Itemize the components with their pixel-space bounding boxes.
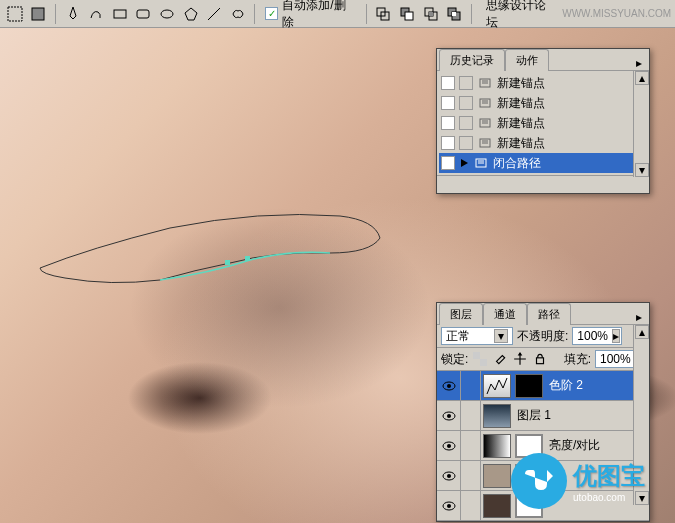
history-item[interactable]: 新建锚点 <box>439 93 647 113</box>
eye-icon <box>442 411 456 421</box>
site-url: WWW.MISSYUAN.COM <box>562 8 671 19</box>
history-item-label: 闭合路径 <box>493 155 541 172</box>
history-panel: 历史记录 动作 ▸ 新建锚点 新建锚点 新建锚点 <box>436 48 650 194</box>
visibility-toggle[interactable] <box>437 461 461 490</box>
eye-icon <box>442 441 456 451</box>
svg-line-6 <box>208 8 220 20</box>
mask-thumbnail <box>515 374 543 398</box>
link-slot[interactable] <box>461 461 481 490</box>
svg-rect-13 <box>429 12 433 16</box>
tab-history[interactable]: 历史记录 <box>439 49 505 71</box>
custom-shape-tool-icon[interactable] <box>227 3 249 25</box>
history-item[interactable]: 新建锚点 <box>439 113 647 133</box>
history-item-label: 新建锚点 <box>497 135 545 152</box>
svg-rect-10 <box>405 12 413 20</box>
path-op-intersect-icon[interactable] <box>420 3 442 25</box>
history-snapshot-slot[interactable] <box>441 156 455 170</box>
visibility-toggle[interactable] <box>437 371 461 400</box>
auto-add-delete-checkbox[interactable]: 自动添加/删除 <box>265 0 355 31</box>
shape-mode-icon[interactable] <box>28 3 50 25</box>
path-op-subtract-icon[interactable] <box>396 3 418 25</box>
scroll-down-icon[interactable]: ▾ <box>635 163 649 177</box>
visibility-toggle[interactable] <box>437 431 461 460</box>
lock-all-icon[interactable] <box>532 351 548 367</box>
panel-menu-icon[interactable]: ▸ <box>631 56 647 70</box>
layer-name: 图层 1 <box>517 407 551 424</box>
path-op-combine-icon[interactable] <box>373 3 395 25</box>
freeform-pen-icon[interactable] <box>86 3 108 25</box>
layer-item[interactable]: 图层 1 <box>437 401 649 431</box>
link-slot[interactable] <box>461 371 481 400</box>
tab-layers[interactable]: 图层 <box>439 303 483 325</box>
polygon-tool-icon[interactable] <box>180 3 202 25</box>
adjustment-thumbnail <box>483 374 511 398</box>
watermark-text: 优图宝 <box>573 460 645 492</box>
history-snapshot-slot[interactable] <box>441 136 455 150</box>
svg-rect-36 <box>480 359 487 366</box>
adjustment-thumbnail <box>483 434 511 458</box>
visibility-toggle[interactable] <box>437 491 461 520</box>
rectangle-tool-icon[interactable] <box>109 3 131 25</box>
scroll-up-icon[interactable]: ▴ <box>635 71 649 85</box>
history-item[interactable]: 新建锚点 <box>439 73 647 93</box>
visibility-toggle[interactable] <box>437 401 461 430</box>
tab-channels[interactable]: 通道 <box>483 303 527 325</box>
pen-presets-icon[interactable] <box>4 3 26 25</box>
history-item[interactable]: 闭合路径 <box>439 153 647 173</box>
tab-paths[interactable]: 路径 <box>527 303 571 325</box>
layers-panel-tabs: 图层 通道 路径 ▸ <box>437 303 649 325</box>
history-brush-slot[interactable] <box>459 116 473 130</box>
eye-icon <box>442 471 456 481</box>
fill-value: 100% <box>600 352 631 366</box>
link-slot[interactable] <box>461 491 481 520</box>
history-item[interactable]: 新建锚点 <box>439 133 647 153</box>
history-snapshot-slot[interactable] <box>441 116 455 130</box>
dropdown-arrow-icon: ▾ <box>494 329 508 343</box>
line-tool-icon[interactable] <box>203 3 225 25</box>
svg-marker-37 <box>518 352 523 356</box>
tab-actions[interactable]: 动作 <box>505 49 549 71</box>
svg-point-42 <box>447 414 451 418</box>
rounded-rect-tool-icon[interactable] <box>133 3 155 25</box>
ellipse-tool-icon[interactable] <box>156 3 178 25</box>
history-brush-slot[interactable] <box>459 76 473 90</box>
layer-name: 色阶 2 <box>549 377 583 394</box>
layer-item[interactable]: 色阶 2 <box>437 371 649 401</box>
layer-thumbnail <box>483 464 511 488</box>
history-brush-slot[interactable] <box>459 96 473 110</box>
anchor-point-icon <box>477 95 493 111</box>
history-snapshot-slot[interactable] <box>441 96 455 110</box>
anchor-point-icon <box>477 115 493 131</box>
eye-icon <box>442 501 456 511</box>
opacity-label: 不透明度: <box>517 328 568 345</box>
layer-lock-row: 锁定: 填充: 100% ▸ <box>437 348 649 371</box>
svg-marker-31 <box>461 159 468 167</box>
history-item-label: 新建锚点 <box>497 75 545 92</box>
panel-menu-icon[interactable]: ▸ <box>631 310 647 324</box>
eye-icon <box>442 381 456 391</box>
checkbox-label-text: 自动添加/删除 <box>282 0 356 31</box>
history-scrollbar[interactable]: ▴ ▾ <box>633 71 649 177</box>
svg-rect-38 <box>537 358 544 364</box>
lock-transparency-icon[interactable] <box>472 351 488 367</box>
link-slot[interactable] <box>461 431 481 460</box>
link-slot[interactable] <box>461 401 481 430</box>
history-brush-slot[interactable] <box>459 136 473 150</box>
lock-position-icon[interactable] <box>512 351 528 367</box>
forum-link[interactable]: 思缘设计论坛 <box>486 0 556 31</box>
pen-tool-icon[interactable] <box>62 3 84 25</box>
scroll-up-icon[interactable]: ▴ <box>635 325 649 339</box>
svg-rect-18 <box>245 256 250 261</box>
history-snapshot-slot[interactable] <box>441 76 455 90</box>
fill-label: 填充: <box>564 351 591 368</box>
opacity-field[interactable]: 100% ▸ <box>572 327 622 345</box>
blend-mode-dropdown[interactable]: 正常 ▾ <box>441 327 513 345</box>
history-current-icon <box>459 158 469 168</box>
options-toolbar: 自动添加/删除 思缘设计论坛 WWW.MISSYUAN.COM <box>0 0 675 28</box>
lock-paint-icon[interactable] <box>492 351 508 367</box>
svg-rect-35 <box>473 352 480 359</box>
path-op-exclude-icon[interactable] <box>443 3 465 25</box>
watermark-url: utobao.com <box>573 492 645 503</box>
svg-rect-3 <box>137 10 149 18</box>
layer-blend-row: 正常 ▾ 不透明度: 100% ▸ <box>437 325 649 348</box>
